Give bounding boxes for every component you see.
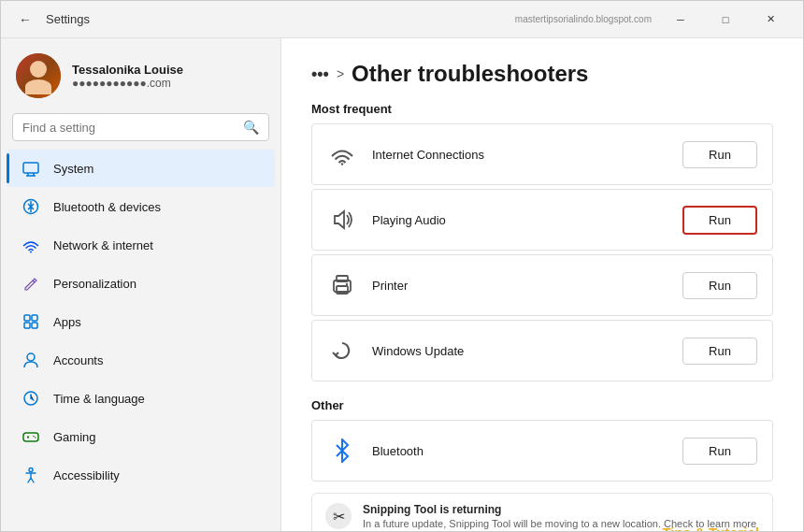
svg-rect-7 <box>32 315 37 321</box>
personalization-icon <box>22 274 40 293</box>
run-update-button[interactable]: Run <box>682 338 757 365</box>
titlebar-controls: ─ □ ✕ <box>659 5 792 35</box>
run-internet-button[interactable]: Run <box>682 141 757 168</box>
avatar <box>16 53 61 98</box>
titlebar: ← Settings mastertipsorialindo.blogspot.… <box>1 1 803 38</box>
page-title: Other troubleshooters <box>352 61 588 87</box>
svg-point-5 <box>30 252 32 253</box>
audio-icon <box>327 205 357 235</box>
item-windows-update: Windows Update Run <box>311 320 773 381</box>
svg-point-18 <box>341 163 343 165</box>
troubleshooter-list-frequent: Internet Connections Run Playing Audio R… <box>311 123 773 385</box>
snipping-tool-notification: ✂ Snipping Tool is returning In a future… <box>311 493 773 531</box>
section-other: Other <box>311 398 773 412</box>
sidebar-item-gaming[interactable]: Gaming <box>7 418 275 455</box>
update-icon <box>327 336 357 366</box>
troubleshooter-list-other: Bluetooth Run <box>311 420 773 485</box>
time-icon <box>22 389 40 408</box>
search-box[interactable]: 🔍 <box>12 113 269 141</box>
settings-window: ← Settings mastertipsorialindo.blogspot.… <box>0 0 804 532</box>
printer-label: Printer <box>372 279 668 293</box>
main-content: Tessalonika Louise ●●●●●●●●●●●.com 🔍 <box>1 38 803 531</box>
svg-point-17 <box>29 468 33 472</box>
bluetooth-devices-icon <box>22 197 40 216</box>
breadcrumb-separator: > <box>337 66 344 81</box>
sidebar-item-accounts[interactable]: Accounts <box>7 341 275 379</box>
sidebar-label-time: Time & language <box>53 392 145 406</box>
apps-icon <box>22 312 40 331</box>
sidebar-item-apps[interactable]: Apps <box>7 303 275 340</box>
svg-point-16 <box>35 437 36 439</box>
svg-point-15 <box>33 436 35 438</box>
snipping-title: Snipping Tool is returning <box>363 503 759 516</box>
svg-rect-0 <box>23 163 38 173</box>
svg-rect-8 <box>24 323 30 328</box>
sidebar-item-bluetooth[interactable]: Bluetooth & devices <box>7 188 275 225</box>
svg-rect-12 <box>23 433 38 441</box>
breadcrumb-dots[interactable]: ••• <box>311 65 329 84</box>
accessibility-icon <box>22 466 40 484</box>
nav-items: System Bluetooth & devices <box>1 149 280 531</box>
sidebar-item-accessibility[interactable]: Accessibility <box>7 456 275 494</box>
close-button[interactable]: ✕ <box>749 5 792 35</box>
svg-rect-21 <box>337 276 348 281</box>
watermark-text: mastertipsorialindo.blogspot.com <box>515 14 652 24</box>
svg-point-10 <box>27 353 35 361</box>
main-panel: ••• > Other troubleshooters Most frequen… <box>281 38 803 531</box>
search-input[interactable] <box>22 121 236 135</box>
user-name: Tessalonika Louise <box>72 63 183 77</box>
section-most-frequent: Most frequent <box>311 102 773 116</box>
gaming-icon <box>22 427 40 446</box>
printer-icon <box>327 270 357 300</box>
item-internet-connections: Internet Connections Run <box>311 123 773 185</box>
windows-update-label: Windows Update <box>372 344 668 358</box>
snipping-notification-icon: ✂ <box>325 503 352 529</box>
bluetooth-label: Bluetooth <box>372 444 668 458</box>
svg-rect-6 <box>24 315 30 321</box>
tips-tutorial-label: Tips & Tutorial <box>662 525 759 531</box>
item-printer: Printer Run <box>311 254 773 316</box>
search-icon: 🔍 <box>243 120 259 135</box>
window-title: Settings <box>46 12 515 26</box>
accounts-icon <box>22 351 40 369</box>
network-icon <box>22 236 40 254</box>
user-email: ●●●●●●●●●●●.com <box>72 77 183 90</box>
playing-audio-label: Playing Audio <box>372 213 668 227</box>
sidebar-label-apps: Apps <box>53 315 81 329</box>
sidebar-label-personalization: Personalization <box>53 277 136 291</box>
sidebar-label-system: System <box>53 162 93 176</box>
back-button[interactable]: ← <box>12 7 38 33</box>
run-audio-button[interactable]: Run <box>682 206 757 235</box>
sidebar-item-network[interactable]: Network & internet <box>7 226 275 264</box>
user-profile[interactable]: Tessalonika Louise ●●●●●●●●●●●.com <box>1 38 280 109</box>
sidebar-item-time[interactable]: Time & language <box>7 380 275 417</box>
system-icon <box>22 159 40 178</box>
internet-connections-label: Internet Connections <box>372 148 668 162</box>
sidebar-label-network: Network & internet <box>53 238 153 252</box>
sidebar-item-personalization[interactable]: Personalization <box>7 265 275 302</box>
sidebar-label-accounts: Accounts <box>53 353 103 367</box>
svg-rect-9 <box>32 323 37 328</box>
svg-point-22 <box>346 283 348 285</box>
sidebar: Tessalonika Louise ●●●●●●●●●●●.com 🔍 <box>1 38 281 531</box>
sidebar-label-bluetooth: Bluetooth & devices <box>53 200 161 214</box>
run-bluetooth-button[interactable]: Run <box>682 438 757 465</box>
user-info: Tessalonika Louise ●●●●●●●●●●●.com <box>72 63 183 90</box>
item-playing-audio: Playing Audio Run <box>311 189 773 251</box>
sidebar-label-accessibility: Accessibility <box>53 468 120 482</box>
maximize-button[interactable]: □ <box>704 5 747 35</box>
minimize-button[interactable]: ─ <box>659 5 702 35</box>
internet-icon <box>327 139 357 169</box>
breadcrumb: ••• > Other troubleshooters <box>311 61 773 87</box>
run-printer-button[interactable]: Run <box>682 272 757 299</box>
sidebar-label-gaming: Gaming <box>53 430 96 444</box>
sidebar-item-system[interactable]: System <box>7 150 275 187</box>
bluetooth-icon <box>327 436 357 466</box>
item-bluetooth: Bluetooth Run <box>311 420 773 482</box>
